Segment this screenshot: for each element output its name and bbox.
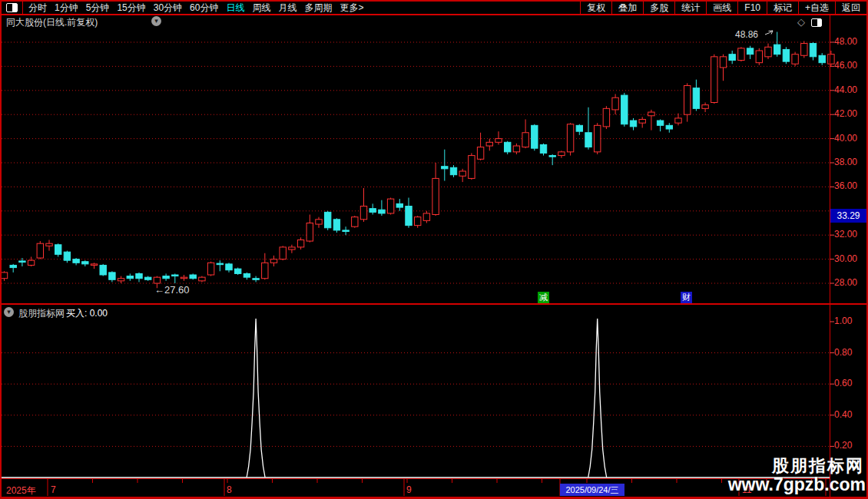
- candlestick-body: [783, 49, 789, 61]
- split-window-icon[interactable]: [811, 18, 822, 27]
- candlestick-body: [675, 118, 681, 123]
- candlestick-chart[interactable]: [0, 0, 868, 499]
- diamond-icon[interactable]: ◇: [797, 16, 805, 28]
- period-menu-item[interactable]: 15分钟: [113, 2, 149, 14]
- selected-date-box: 2025/09/24/三: [560, 484, 624, 496]
- candlestick-body: [46, 243, 52, 246]
- candlestick-body: [702, 105, 708, 109]
- toolbar-menu-item[interactable]: 复权: [580, 2, 611, 14]
- candlestick-body: [469, 156, 475, 179]
- period-menu-item[interactable]: 5分钟: [82, 2, 114, 14]
- event-marker-reduce[interactable]: 减: [538, 292, 549, 303]
- period-menu-item[interactable]: 日线: [222, 2, 248, 14]
- menu-bar-divider: [0, 14, 868, 15]
- period-menu-item[interactable]: 周线: [248, 2, 274, 14]
- candlestick-body: [621, 95, 628, 124]
- candlestick-body: [576, 125, 582, 131]
- menu-bar: 分时1分钟5分钟15分钟30分钟60分钟日线周线月线多周期更多> 复权叠加多股统…: [2, 2, 866, 14]
- event-marker-report[interactable]: 财: [681, 292, 692, 303]
- candlestick-body: [207, 263, 214, 275]
- candlestick-body: [774, 45, 780, 55]
- candlestick-body: [360, 207, 366, 220]
- timeline-year-label: 2025年: [6, 484, 36, 497]
- candlestick-body: [270, 259, 277, 263]
- candlestick-body: [109, 273, 115, 279]
- candlestick-body: [630, 121, 636, 127]
- candlestick-body: [235, 269, 241, 273]
- candlestick-body: [585, 133, 591, 147]
- period-menu-item[interactable]: 更多>: [336, 2, 367, 14]
- candlestick-body: [199, 277, 205, 281]
- candlestick-body: [595, 125, 601, 152]
- candlestick-body: [765, 47, 771, 57]
- toolbar-menu-item[interactable]: 标记: [767, 2, 798, 14]
- toolbar-menu-item[interactable]: 返回: [835, 2, 866, 14]
- candlestick-body: [738, 48, 744, 61]
- period-menu-item[interactable]: 月线: [274, 2, 300, 14]
- high-price-annotation: 48.86: [735, 29, 758, 40]
- candlestick-body: [711, 57, 717, 103]
- candlestick-body: [495, 139, 502, 143]
- candlestick-body: [136, 273, 142, 278]
- candlestick-body: [505, 142, 511, 152]
- indicator-axis-label: 0.80: [834, 347, 866, 358]
- timeline-month-label: 7: [51, 484, 56, 495]
- candlestick-body: [352, 217, 358, 227]
- candlestick-body: [253, 279, 259, 280]
- candlestick-body: [603, 108, 609, 127]
- candlestick-body: [172, 275, 178, 276]
- candlestick-body: [432, 178, 439, 214]
- candlestick-body: [190, 275, 196, 279]
- candlestick-body: [289, 247, 295, 250]
- candlestick-body: [118, 279, 124, 281]
- toolbar-menu-item[interactable]: 画线: [706, 2, 737, 14]
- price-axis-label: 42.00: [834, 108, 866, 119]
- candlestick-body: [522, 133, 528, 147]
- candlestick-body: [406, 207, 412, 226]
- candlestick-body: [558, 152, 565, 156]
- candlestick-body: [82, 262, 88, 264]
- candlestick-body: [154, 277, 160, 283]
- candlestick-body: [486, 142, 492, 146]
- panel-toggle-button[interactable]: [2, 2, 23, 14]
- candlestick-body: [442, 167, 448, 169]
- candlestick-body: [262, 263, 268, 278]
- candlestick-body: [819, 55, 825, 62]
- period-menu-item[interactable]: 分时: [25, 2, 51, 14]
- period-menu-item[interactable]: 30分钟: [150, 2, 186, 14]
- candlestick-body: [10, 265, 16, 267]
- candlestick-body: [747, 48, 753, 55]
- period-menu: 分时1分钟5分钟15分钟30分钟60分钟日线周线月线多周期更多>: [23, 2, 367, 14]
- candlestick-body: [306, 223, 313, 242]
- candlestick-body: [28, 260, 34, 265]
- candlestick-body: [720, 57, 726, 68]
- toolbar-menu-item[interactable]: 叠加: [611, 2, 643, 14]
- candlestick-body: [333, 220, 340, 230]
- candlestick-body: [756, 51, 762, 63]
- candlestick-body: [459, 171, 465, 176]
- toolbar-menu-item[interactable]: F10: [737, 2, 767, 14]
- title-chevron-down-icon[interactable]: ▾: [151, 16, 161, 26]
- candlestick-body: [423, 213, 429, 220]
- candlestick-body: [37, 243, 43, 258]
- candlestick-body: [612, 97, 618, 110]
- candlestick-body: [810, 44, 816, 57]
- price-axis-label: 36.00: [834, 180, 866, 191]
- candlestick-body: [163, 276, 169, 279]
- indicator-name: 股朋指标网: [18, 307, 65, 320]
- candlestick-body: [729, 55, 735, 61]
- price-axis-label: 48.00: [834, 36, 866, 47]
- toolbar-menu-item[interactable]: +自选: [798, 2, 835, 14]
- toolbar-menu-item[interactable]: 统计: [674, 2, 706, 14]
- watermark-site-url: www.7gpzb.com: [728, 474, 866, 495]
- candlestick-body: [532, 125, 538, 148]
- candlestick-body: [415, 217, 421, 226]
- period-menu-item[interactable]: 1分钟: [51, 2, 82, 14]
- indicator-axis-label: 1.00: [834, 316, 866, 326]
- toolbar-menu-item[interactable]: 多股: [643, 2, 674, 14]
- period-menu-item[interactable]: 60分钟: [186, 2, 222, 14]
- candlestick-body: [316, 220, 322, 224]
- period-menu-item[interactable]: 多周期: [300, 2, 336, 14]
- price-axis-label: 30.00: [834, 253, 866, 264]
- indicator-chevron-down-icon[interactable]: ▾: [4, 307, 14, 317]
